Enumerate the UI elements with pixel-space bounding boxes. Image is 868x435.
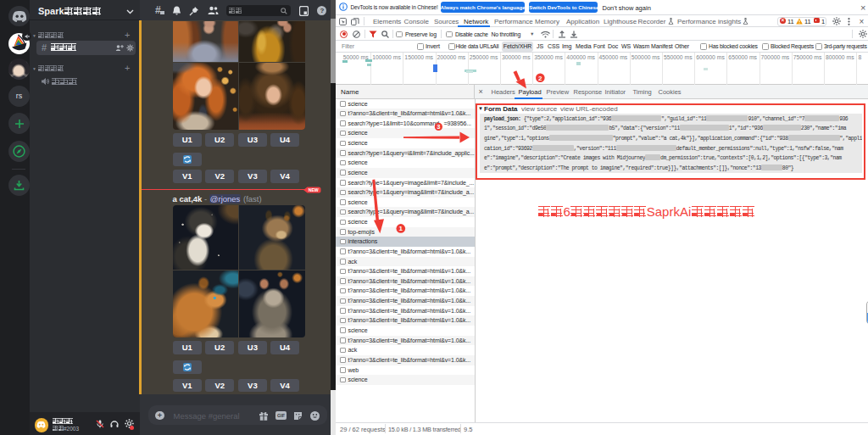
svg-text:NEW: NEW (308, 187, 318, 192)
svg-text:1: 1 (399, 225, 403, 232)
svg-text:2: 2 (538, 75, 542, 82)
svg-text:3: 3 (437, 123, 440, 131)
